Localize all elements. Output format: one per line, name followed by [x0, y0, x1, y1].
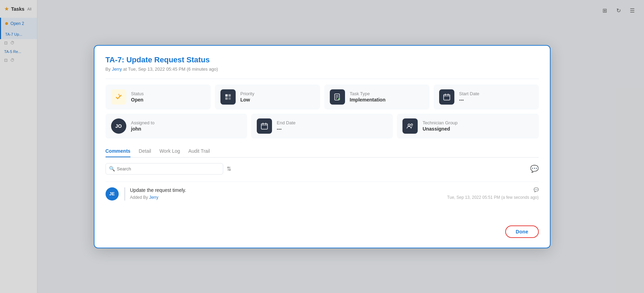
- priority-icon: [220, 89, 236, 105]
- technician-group-card[interactable]: Technician Group Unassigned: [397, 114, 538, 139]
- task-type-icon: [330, 89, 345, 105]
- svg-rect-0: [225, 94, 228, 97]
- subtitle-prefix: By: [106, 66, 111, 72]
- start-date-value: ---: [459, 97, 480, 103]
- tabs-container: Comments Detail Work Log Audit Trail: [106, 145, 539, 158]
- tab-worklog[interactable]: Work Log: [160, 145, 180, 157]
- filter-icon[interactable]: ⇅: [227, 166, 231, 172]
- comment-avatar: JE: [106, 187, 119, 201]
- status-label: Status: [131, 91, 144, 96]
- task-type-value: Implementation: [350, 97, 386, 103]
- end-date-card[interactable]: End Date ---: [251, 114, 393, 139]
- end-date-label: End Date: [277, 120, 296, 125]
- assigned-avatar: JO: [111, 118, 126, 134]
- comment-body: Update the request timely. 💬 Added By Je…: [124, 187, 539, 201]
- task-type-label: Task Type: [350, 91, 386, 96]
- added-by-label: Added By: [130, 195, 148, 200]
- modal-title: TA-7: Update Request Status: [106, 55, 539, 64]
- task-type-card[interactable]: Task Type Implementation: [324, 85, 429, 109]
- svg-point-18: [411, 124, 413, 125]
- end-date-info: End Date ---: [277, 120, 296, 132]
- status-info: Status Open: [131, 91, 144, 103]
- assigned-label: Assigned to: [131, 120, 155, 125]
- modal-subtitle: By Jerry at Tue, Sep 13, 2022 05:45 PM (…: [106, 66, 539, 72]
- assigned-value: john: [131, 126, 155, 132]
- technician-group-icon: [402, 118, 418, 134]
- tab-comments[interactable]: Comments: [106, 145, 130, 157]
- start-date-icon: [439, 89, 454, 105]
- status-icon: [111, 89, 126, 105]
- task-detail-modal: TA-7: Update Request Status By Jerry at …: [94, 45, 551, 248]
- modal-author: Jerry: [112, 66, 122, 72]
- assigned-info: Assigned to john: [131, 120, 155, 132]
- start-date-card[interactable]: Start Date ---: [434, 85, 539, 109]
- start-date-label: Start Date: [459, 91, 480, 96]
- svg-rect-9: [444, 95, 450, 100]
- done-button[interactable]: Done: [505, 225, 538, 238]
- assigned-to-card[interactable]: JO Assigned to john: [106, 114, 247, 139]
- comment-meta: Added By Jerry: [130, 195, 158, 200]
- comment-footer: Added By Jerry Tue, Sep 13, 2022 05:51 P…: [130, 195, 539, 200]
- technician-group-value: Unassigned: [423, 126, 457, 132]
- technician-group-info: Technician Group Unassigned: [423, 120, 457, 132]
- priority-label: Priority: [241, 91, 254, 96]
- tab-audittrail[interactable]: Audit Trail: [188, 145, 210, 157]
- comment-item: JE Update the request timely. 💬 Added By…: [106, 181, 539, 206]
- comment-header: Update the request timely. 💬: [130, 187, 539, 195]
- task-type-info: Task Type Implementation: [350, 91, 386, 103]
- svg-rect-3: [228, 97, 231, 100]
- end-date-value: ---: [277, 126, 296, 132]
- info-grid-row1: Status Open Priority Low: [106, 85, 539, 109]
- svg-rect-2: [225, 97, 228, 100]
- end-date-icon: [257, 118, 272, 134]
- info-grid-row2: JO Assigned to john End Date: [106, 114, 539, 139]
- comment-author: Jerry: [149, 195, 158, 200]
- comment-bubble-icon[interactable]: 💬: [534, 187, 539, 192]
- subtitle-suffix: at Tue, Sep 13, 2022 05:45 PM (6 minutes…: [123, 66, 218, 72]
- status-card[interactable]: Status Open: [106, 85, 211, 109]
- done-btn-wrap: Done: [106, 220, 539, 238]
- comment-timestamp: Tue, Sep 13, 2022 05:51 PM (a few second…: [447, 195, 538, 200]
- svg-rect-1: [228, 94, 231, 97]
- add-comment-icon[interactable]: 💬: [530, 165, 539, 173]
- priority-card[interactable]: Priority Low: [215, 85, 320, 109]
- modal-overlay: TA-7: Update Request Status By Jerry at …: [0, 0, 644, 293]
- comment-text: Update the request timely.: [130, 187, 186, 193]
- priority-value: Low: [241, 97, 254, 103]
- search-bar-row: 🔍 ⇅ 💬: [106, 163, 539, 175]
- divider-1: [106, 79, 539, 79]
- technician-group-label: Technician Group: [423, 120, 457, 125]
- svg-point-17: [408, 124, 410, 126]
- status-value: Open: [131, 97, 144, 103]
- tab-detail[interactable]: Detail: [139, 145, 151, 157]
- search-input[interactable]: [106, 163, 223, 175]
- svg-rect-13: [261, 124, 267, 129]
- search-wrap: 🔍: [106, 163, 223, 175]
- start-date-info: Start Date ---: [459, 91, 480, 103]
- priority-info: Priority Low: [241, 91, 254, 103]
- search-icon: 🔍: [109, 166, 115, 171]
